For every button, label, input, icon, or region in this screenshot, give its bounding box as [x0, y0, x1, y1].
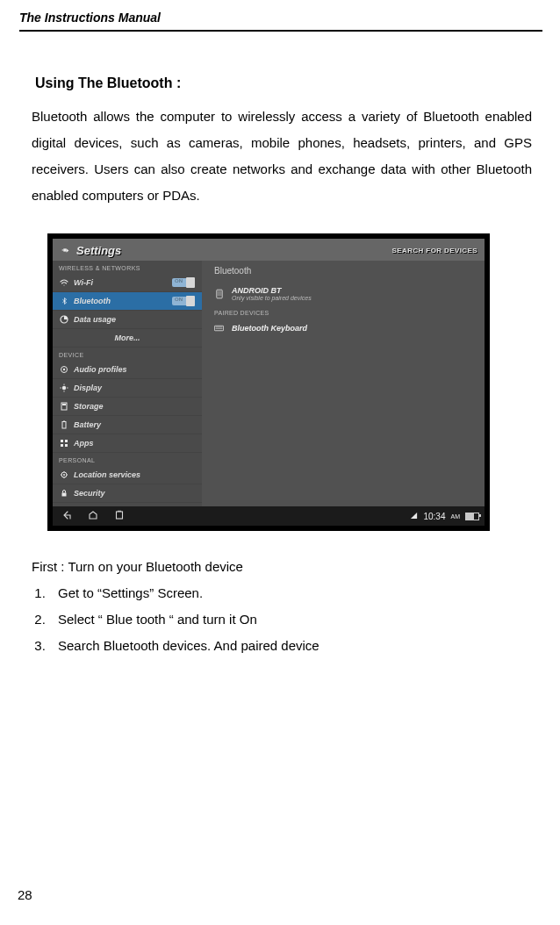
svg-rect-26: [118, 511, 121, 512]
sidebar-item-label: Data usage: [74, 315, 116, 324]
sidebar-item-label: Apps: [74, 439, 94, 448]
sidebar-item-battery[interactable]: Battery: [53, 416, 202, 434]
clock-time: 10:34: [423, 512, 445, 521]
svg-rect-1: [62, 249, 64, 250]
wifi-icon: [60, 278, 68, 287]
sidebar-item-label: Battery: [74, 420, 101, 429]
svg-rect-19: [62, 493, 67, 497]
svg-rect-21: [217, 290, 221, 296]
sidebar-item-audio[interactable]: Audio profiles: [53, 361, 202, 379]
wifi-toggle[interactable]: [172, 278, 195, 287]
instruction-step: Get to “Settings” Screen.: [49, 580, 532, 606]
sidebar-item-label: Security: [74, 489, 105, 498]
manual-title: The Instructions Manual: [19, 11, 542, 25]
device-row-self[interactable]: ANDROID BT Only visible to paired device…: [214, 283, 476, 305]
keyboard-icon: [214, 323, 224, 333]
sidebar-item-label: Storage: [74, 402, 104, 411]
bluetooth-toggle[interactable]: [172, 297, 195, 305]
instruction-first-line: First : Turn on your Bluetooth device: [32, 554, 532, 580]
location-icon: [60, 470, 68, 479]
sidebar-item-display[interactable]: Display: [53, 379, 202, 398]
sidebar-item-wifi[interactable]: Wi-Fi: [53, 274, 202, 292]
svg-rect-14: [61, 440, 63, 442]
svg-rect-22: [214, 326, 223, 331]
sidebar-header-wireless: WIRELESS & NETWORKS: [53, 261, 202, 274]
sidebar-item-label: Audio profiles: [74, 365, 127, 374]
settings-screenshot: Settings SEARCH FOR DEVICES WIRELESS & N…: [47, 233, 490, 531]
svg-point-5: [62, 386, 66, 390]
svg-rect-17: [65, 444, 68, 447]
sidebar-item-bluetooth[interactable]: Bluetooth: [53, 292, 202, 311]
section-heading: Using The Bluetooth :: [35, 75, 532, 91]
back-icon[interactable]: [60, 245, 71, 256]
paired-device-name: Bluetooth Keyboard: [232, 324, 307, 333]
sidebar-item-label: Wi-Fi: [74, 278, 93, 287]
screenshot-title: Settings: [76, 244, 121, 257]
audio-icon: [60, 365, 68, 374]
svg-rect-0: [63, 248, 66, 251]
sidebar-item-data-usage[interactable]: Data usage: [53, 311, 202, 329]
svg-point-4: [63, 369, 65, 370]
storage-icon: [60, 402, 68, 411]
clock-ampm: AM: [451, 513, 461, 520]
paired-devices-header: PAIRED DEVICES: [214, 310, 476, 316]
device-name: ANDROID BT: [232, 286, 312, 295]
data-usage-icon: [60, 315, 68, 324]
svg-rect-25: [117, 512, 123, 519]
svg-point-18: [63, 474, 65, 476]
phone-icon: [214, 289, 224, 298]
settings-main-panel: Bluetooth ANDROID BT Only visible to pai…: [202, 261, 485, 506]
sidebar-header-personal: PERSONAL: [53, 453, 202, 466]
nav-home-icon[interactable]: [88, 510, 98, 522]
sidebar-item-storage[interactable]: Storage: [53, 398, 202, 416]
nav-recent-icon[interactable]: [114, 510, 125, 522]
bluetooth-icon: [60, 297, 68, 305]
section-intro: Bluetooth allows the computer to wireles…: [32, 104, 532, 209]
sidebar-header-device: DEVICE: [53, 348, 202, 361]
system-bar: 10:34 AM: [53, 506, 485, 526]
sidebar-item-label: Display: [74, 384, 102, 392]
screenshot-titlebar: Settings SEARCH FOR DEVICES: [53, 239, 485, 261]
instruction-list: Get to “Settings” Screen. Select “ Blue …: [32, 580, 532, 659]
header-divider: [19, 30, 542, 32]
device-row-paired[interactable]: Bluetooth Keyboard: [214, 319, 476, 336]
page-number: 28: [18, 887, 32, 902]
sidebar-item-security[interactable]: Security: [53, 484, 202, 503]
sidebar-item-apps[interactable]: Apps: [53, 434, 202, 453]
display-icon: [60, 384, 68, 392]
svg-rect-16: [61, 444, 63, 447]
sidebar-item-label: Location services: [74, 470, 140, 479]
sidebar-item-label: Bluetooth: [74, 297, 111, 305]
lock-icon: [60, 489, 68, 498]
signal-icon: [410, 512, 418, 521]
battery-icon: [60, 420, 68, 429]
svg-rect-11: [62, 404, 66, 405]
main-panel-title: Bluetooth: [214, 266, 476, 276]
battery-status-icon: [465, 513, 479, 520]
search-devices-button[interactable]: SEARCH FOR DEVICES: [392, 247, 477, 255]
nav-back-icon[interactable]: [61, 510, 72, 522]
svg-rect-13: [63, 421, 65, 422]
sidebar-item-location[interactable]: Location services: [53, 466, 202, 484]
svg-rect-12: [62, 422, 66, 429]
instruction-step: Search Bluetooth devices. And paired dev…: [49, 633, 532, 659]
sidebar-item-more[interactable]: More...: [53, 329, 202, 348]
instruction-step: Select “ Blue tooth “ and turn it On: [49, 606, 532, 633]
apps-icon: [60, 439, 68, 448]
device-visibility: Only visible to paired devices: [232, 295, 312, 301]
sidebar-item-label: More...: [114, 333, 140, 342]
settings-sidebar: WIRELESS & NETWORKS Wi-Fi Bluetooth: [53, 261, 202, 506]
svg-rect-15: [65, 440, 68, 442]
